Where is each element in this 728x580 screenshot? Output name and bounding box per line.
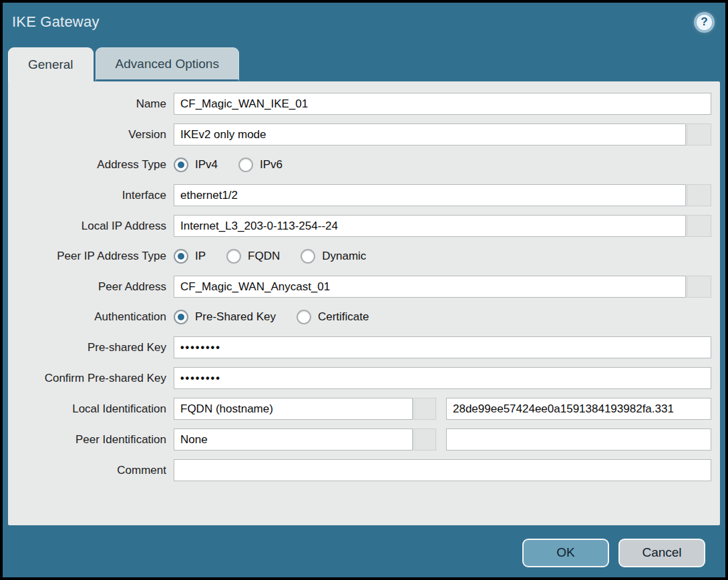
radio-ipv6-icon bbox=[238, 158, 253, 172]
radio-peer-ip[interactable]: IP bbox=[174, 249, 206, 264]
authentication-label: Authentication bbox=[8, 310, 174, 324]
radio-peer-ip-icon bbox=[174, 249, 188, 264]
radio-peer-dynamic[interactable]: Dynamic bbox=[301, 249, 366, 264]
confirm-preshared-key-label: Confirm Pre-shared Key bbox=[8, 372, 174, 385]
preshared-key-row: Pre-shared Key •••••••• bbox=[8, 336, 711, 358]
radio-preshared-key[interactable]: Pre-Shared Key bbox=[174, 310, 276, 324]
name-row: Name CF_Magic_WAN_IKE_01 bbox=[8, 93, 711, 115]
name-label: Name bbox=[8, 97, 174, 111]
interface-label: Interface bbox=[8, 189, 174, 202]
local-identification-type-select[interactable]: FQDN (hostname) bbox=[174, 398, 413, 420]
comment-row: Comment bbox=[8, 459, 711, 481]
peer-address-dropdown-button[interactable] bbox=[687, 276, 711, 298]
ike-gateway-dialog: IKE Gateway ? General Advanced Options N… bbox=[0, 0, 728, 580]
titlebar: IKE Gateway ? bbox=[3, 3, 725, 41]
version-label: Version bbox=[8, 128, 174, 141]
radio-preshared-key-icon bbox=[174, 310, 188, 324]
address-type-row: Address Type IPv4 IPv6 bbox=[8, 154, 711, 176]
version-dropdown-button[interactable] bbox=[687, 123, 711, 146]
local-ip-select[interactable]: Internet_L3_203-0-113-254--24 bbox=[174, 215, 686, 237]
tab-advanced-options[interactable]: Advanced Options bbox=[96, 47, 239, 81]
help-icon[interactable]: ? bbox=[695, 13, 713, 31]
local-identification-label: Local Identification bbox=[8, 402, 174, 416]
peer-ip-type-row: Peer IP Address Type IP FQDN Dynamic bbox=[8, 246, 711, 267]
peer-address-label: Peer Address bbox=[8, 280, 174, 294]
ok-button[interactable]: OK bbox=[522, 539, 609, 567]
name-input[interactable]: CF_Magic_WAN_IKE_01 bbox=[174, 93, 711, 115]
interface-dropdown-button[interactable] bbox=[687, 184, 711, 206]
tab-bar: General Advanced Options bbox=[3, 41, 725, 81]
preshared-key-label: Pre-shared Key bbox=[8, 341, 174, 354]
radio-ipv6[interactable]: IPv6 bbox=[238, 158, 283, 172]
peer-identification-value-input[interactable] bbox=[446, 428, 711, 451]
peer-address-select[interactable]: CF_Magic_WAN_Anycast_01 bbox=[174, 276, 686, 298]
interface-row: Interface ethernet1/2 bbox=[8, 184, 711, 206]
peer-ip-type-label: Peer IP Address Type bbox=[8, 250, 174, 263]
local-identification-value-input[interactable]: 28de99ee57424ee0a1591384193982fa.331 bbox=[446, 398, 711, 420]
radio-peer-fqdn[interactable]: FQDN bbox=[226, 249, 280, 264]
radio-certificate[interactable]: Certificate bbox=[297, 310, 369, 324]
footer: OK Cancel bbox=[3, 525, 725, 580]
confirm-preshared-key-row: Confirm Pre-shared Key •••••••• bbox=[8, 367, 711, 389]
radio-ipv4-icon bbox=[174, 158, 188, 172]
preshared-key-input[interactable]: •••••••• bbox=[174, 336, 711, 358]
comment-label: Comment bbox=[8, 464, 174, 477]
radio-peer-fqdn-icon bbox=[226, 249, 241, 264]
local-ip-row: Local IP Address Internet_L3_203-0-113-2… bbox=[8, 215, 711, 237]
peer-identification-row: Peer Identification None bbox=[8, 428, 711, 451]
tab-general[interactable]: General bbox=[8, 47, 94, 81]
peer-identification-dropdown-button[interactable] bbox=[413, 428, 436, 451]
authentication-row: Authentication Pre-Shared Key Certificat… bbox=[8, 306, 711, 328]
peer-address-row: Peer Address CF_Magic_WAN_Anycast_01 bbox=[8, 276, 711, 298]
local-identification-dropdown-button[interactable] bbox=[413, 398, 436, 420]
version-row: Version IKEv2 only mode bbox=[8, 123, 711, 146]
address-type-label: Address Type bbox=[8, 158, 174, 172]
general-tab-panel: Name CF_Magic_WAN_IKE_01 Version IKEv2 o… bbox=[8, 81, 720, 525]
confirm-preshared-key-input[interactable]: •••••••• bbox=[174, 367, 711, 389]
comment-input[interactable] bbox=[174, 459, 711, 481]
radio-ipv4[interactable]: IPv4 bbox=[174, 158, 218, 172]
local-identification-row: Local Identification FQDN (hostname) 28d… bbox=[8, 398, 711, 420]
radio-certificate-icon bbox=[297, 310, 311, 324]
interface-select[interactable]: ethernet1/2 bbox=[174, 184, 686, 206]
local-ip-dropdown-button[interactable] bbox=[687, 215, 711, 237]
local-ip-label: Local IP Address bbox=[8, 220, 174, 233]
radio-peer-dynamic-icon bbox=[301, 249, 315, 264]
version-select[interactable]: IKEv2 only mode bbox=[174, 123, 686, 146]
peer-identification-label: Peer Identification bbox=[8, 433, 174, 447]
peer-identification-type-select[interactable]: None bbox=[174, 428, 413, 451]
dialog-title: IKE Gateway bbox=[12, 13, 100, 31]
cancel-button[interactable]: Cancel bbox=[618, 539, 705, 567]
